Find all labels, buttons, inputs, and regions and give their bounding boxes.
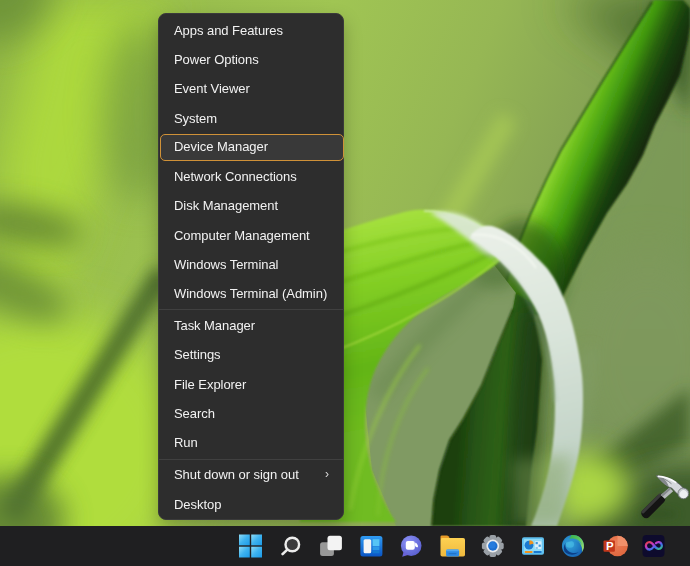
svg-text:P: P [606, 540, 614, 552]
